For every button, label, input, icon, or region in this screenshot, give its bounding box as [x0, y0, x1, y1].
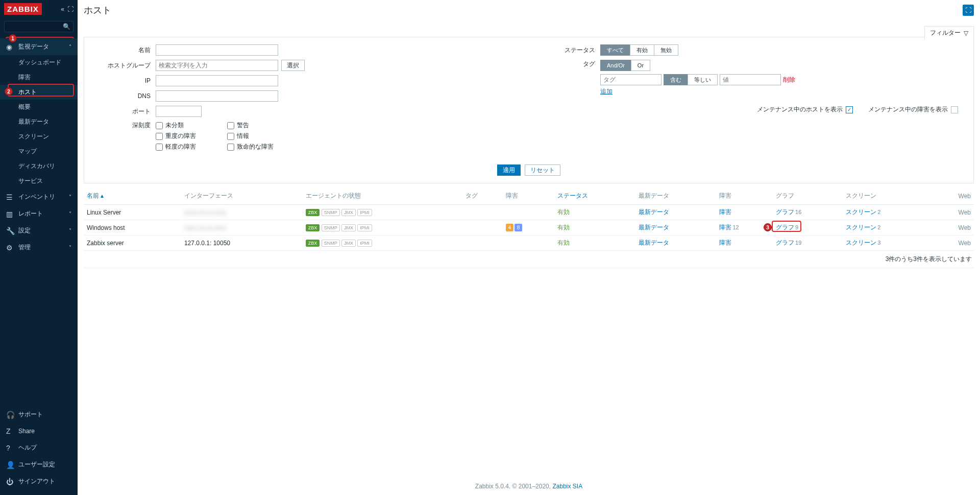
nav-services[interactable]: サービス [0, 174, 78, 188]
chevron-down-icon: ˅ [69, 194, 71, 200]
nav-support[interactable]: 🎧サポート [0, 406, 78, 423]
interface-text: xxxx.xx.xx.xxxx [184, 209, 226, 216]
nav-dashboard[interactable]: ダッシュボード [0, 55, 78, 70]
problems-link[interactable]: 障害 [719, 239, 731, 246]
page-footer: Zabbix 5.0.4. © 2001–2020, Zabbix SIA [84, 473, 974, 495]
tag-name-input[interactable] [600, 74, 662, 85]
latest-link[interactable]: 最新データ [639, 239, 669, 246]
fullscreen-button[interactable]: ⛶ [963, 5, 974, 16]
tag-value-input[interactable] [720, 74, 781, 85]
th-latest: 最新データ [635, 187, 717, 205]
port-label: ポート [100, 107, 156, 116]
nav-config[interactable]: 🔧 設定 ˅ [0, 222, 78, 239]
maint-problems-label: メンテナンス中の障害を表示 [868, 105, 948, 114]
maint-hosts-checkbox[interactable]: ✓ [846, 106, 853, 113]
chevron-down-icon: ˅ [69, 245, 71, 250]
screens-link[interactable]: スクリーン [846, 239, 876, 246]
nav-usersettings[interactable]: 👤ユーザー設定 [0, 456, 78, 473]
status-all[interactable]: すべて [600, 44, 630, 56]
search-icon[interactable]: 🔍 [63, 23, 70, 30]
nav-reports[interactable]: ▥ レポート ˅ [0, 205, 78, 222]
host-name-link[interactable]: Windows host [87, 224, 125, 231]
hostgroups-input[interactable] [156, 60, 278, 71]
th-availability: エージェントの状態 [303, 187, 462, 205]
hosts-table: 名前 ▴ インターフェース エージェントの状態 タグ 障害 ステータス 最新デー… [84, 187, 974, 251]
nav-share[interactable]: ZShare [0, 423, 78, 439]
problem-badge[interactable]: 4 [506, 224, 513, 231]
nav-latest[interactable]: 最新データ [0, 114, 78, 129]
nav-admin[interactable]: ⚙ 管理 ˅ [0, 239, 78, 256]
problems-link[interactable]: 障害 [719, 208, 731, 216]
sidebar-collapse-icon[interactable]: « [61, 6, 64, 13]
problem-badge[interactable]: 8 [514, 224, 522, 231]
dns-label: DNS [100, 92, 156, 100]
chevron-down-icon: ˅ [69, 228, 71, 233]
th-problems: 障害 [503, 187, 554, 205]
sev-warn[interactable]: 警告 [227, 121, 283, 130]
th-graphs: グラフ [773, 187, 843, 205]
sev-nc[interactable]: 未分類 [156, 121, 212, 130]
th-status[interactable]: ステータス [554, 187, 635, 205]
port-input[interactable] [156, 106, 202, 117]
nav-help[interactable]: ?ヘルプ [0, 439, 78, 456]
host-name-link[interactable]: Linux Server [87, 209, 121, 216]
tag-delete[interactable]: 削除 [783, 76, 795, 84]
nav-signout[interactable]: ⏻サインアウト [0, 473, 78, 490]
sev-disaster[interactable]: 致命的な障害 [227, 143, 283, 151]
ip-input[interactable] [156, 75, 278, 86]
latest-link[interactable]: 最新データ [639, 224, 669, 231]
sev-high[interactable]: 重度の障害 [156, 132, 212, 140]
reset-button[interactable]: リセット [525, 164, 560, 176]
tag-add[interactable]: 追加 [600, 88, 612, 95]
nav-problems[interactable]: 障害 [0, 70, 78, 85]
graphs-link[interactable]: グラフ [776, 224, 794, 231]
monitoring-icon: ◉ [6, 43, 14, 51]
tag-or[interactable]: Or [631, 60, 650, 71]
select-button[interactable]: 選択 [281, 60, 305, 71]
nav-inventory[interactable]: ☰ インベントリ ˅ [0, 188, 78, 205]
host-name-link[interactable]: Zabbix server [87, 240, 124, 247]
hostgroups-label: ホストグループ [100, 61, 156, 70]
footer-link[interactable]: Zabbix SIA [552, 483, 582, 490]
status-text[interactable]: 有効 [557, 224, 570, 231]
screens-link[interactable]: スクリーン [846, 224, 876, 231]
tag-andor[interactable]: And/Or [600, 60, 631, 71]
filter-toggle[interactable]: フィルター ▽ [924, 26, 974, 40]
snmp-badge: SNMP [322, 240, 340, 247]
apply-button[interactable]: 適用 [497, 164, 521, 176]
tag-op-equals[interactable]: 等しい [688, 74, 718, 85]
snmp-badge: SNMP [322, 209, 340, 216]
graphs-link[interactable]: グラフ [776, 239, 794, 246]
nav-maps[interactable]: マップ [0, 144, 78, 159]
nav-admin-label: 管理 [18, 243, 31, 252]
sidebar-popout-icon[interactable]: ⛶ [67, 6, 74, 13]
problems-link[interactable]: 障害 [719, 224, 731, 231]
severity-label: 深刻度 [100, 121, 156, 130]
nav-screens[interactable]: スクリーン [0, 129, 78, 144]
maint-problems-checkbox[interactable] [951, 106, 958, 113]
th-interface: インターフェース [181, 187, 303, 205]
interface-text: 127.0.0.1: 10050 [184, 240, 230, 247]
dns-input[interactable] [156, 90, 278, 102]
sev-avg[interactable]: 軽度の障害 [156, 143, 212, 151]
latest-link[interactable]: 最新データ [639, 208, 669, 216]
screens-link[interactable]: スクリーン [846, 208, 876, 216]
sev-info[interactable]: 情報 [227, 132, 283, 140]
logo-row: ZABBIX « ⛶ [0, 0, 78, 18]
status-text[interactable]: 有効 [557, 208, 570, 216]
maint-hosts-label: メンテナンス中のホストを表示 [757, 105, 843, 114]
nav-discovery[interactable]: ディスカバリ [0, 159, 78, 174]
status-disabled[interactable]: 無効 [654, 44, 678, 56]
status-enabled[interactable]: 有効 [630, 44, 654, 56]
logo[interactable]: ZABBIX [4, 3, 42, 15]
table-footer: 3件のうち3件を表示しています [84, 251, 974, 268]
status-text[interactable]: 有効 [557, 239, 570, 246]
ip-label: IP [100, 77, 156, 84]
nav-overview[interactable]: 概要 [0, 100, 78, 114]
status-segments: すべて 有効 無効 [600, 44, 678, 56]
th-name[interactable]: 名前 ▴ [84, 187, 181, 205]
graphs-link[interactable]: グラフ [776, 208, 794, 216]
tag-op-contains[interactable]: 含む [664, 74, 688, 85]
chevron-up-icon: ˄ [69, 44, 71, 50]
name-input[interactable] [156, 44, 278, 56]
